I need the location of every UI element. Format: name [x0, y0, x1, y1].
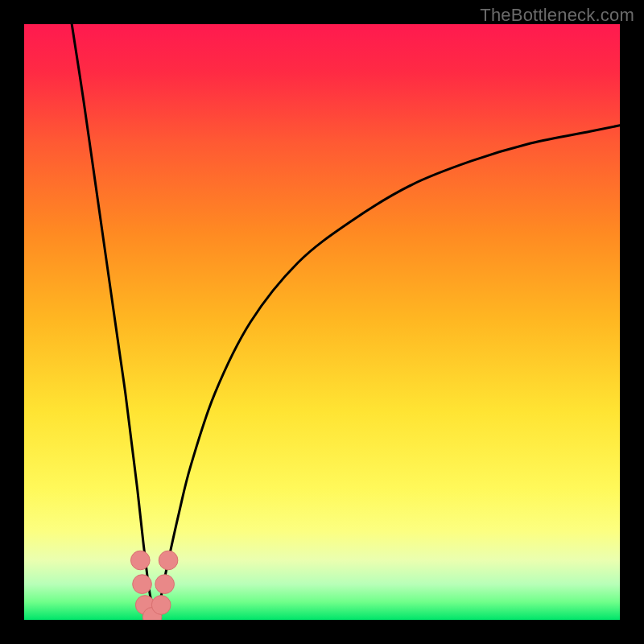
data-marker	[133, 575, 152, 594]
data-marker	[151, 596, 171, 615]
data-marker	[130, 551, 150, 570]
frame: TheBottleneck.com	[0, 0, 644, 644]
watermark-text: TheBottleneck.com	[480, 5, 634, 26]
gradient-background	[24, 24, 620, 620]
data-marker	[159, 551, 178, 570]
bottleneck-chart	[24, 24, 620, 620]
data-marker	[155, 575, 175, 594]
plot-area	[24, 24, 620, 620]
